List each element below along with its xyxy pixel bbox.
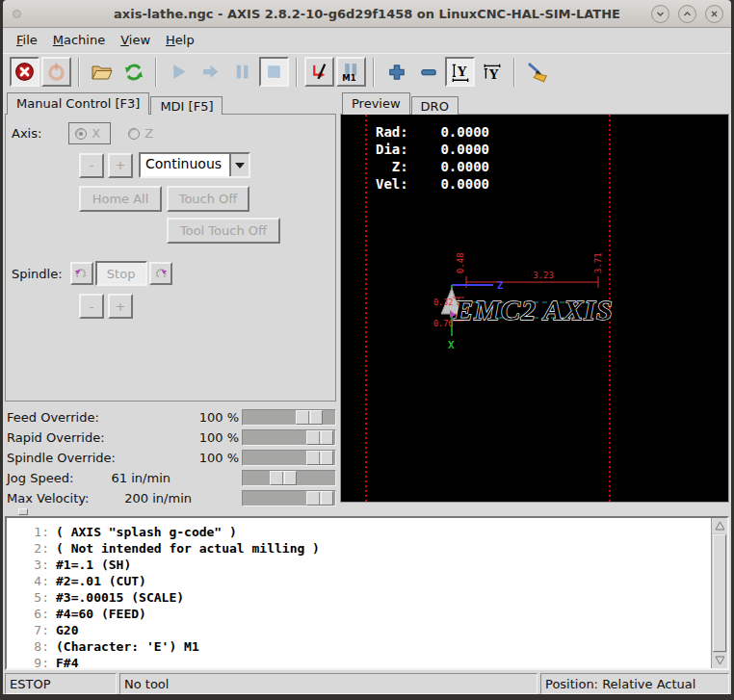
rapid-override-row: Rapid Override: 100 % <box>5 428 336 448</box>
menu-file[interactable]: File <box>9 30 45 50</box>
jog-plus-button[interactable]: + <box>108 153 133 178</box>
slider-handle[interactable] <box>306 451 333 465</box>
step-arrow-icon <box>200 62 221 82</box>
tool-touch-off-button[interactable]: Tool Touch Off <box>167 218 280 244</box>
window-title: axis-lathe.ngc - AXIS 2.8.2-10-g6d29f145… <box>3 7 731 21</box>
svg-text:Y: Y <box>457 64 467 79</box>
combobox-arrow-icon[interactable] <box>229 154 249 176</box>
gcode-line: 3:#1=.1 (SH) <box>16 557 708 573</box>
spindle-faster-button[interactable]: + <box>108 294 133 319</box>
svg-text:0.76: 0.76 <box>433 319 453 328</box>
maximize-button[interactable] <box>678 5 696 23</box>
jog-minus-button[interactable]: - <box>79 153 104 178</box>
rapid-override-slider[interactable] <box>242 429 336 446</box>
preview-canvas[interactable]: Rad: 0.0000 Dia: 0.0000 Z: 0.0000 Vel: 0… <box>340 114 729 503</box>
pane-sash-grip[interactable] <box>18 508 28 515</box>
run-button[interactable] <box>164 57 194 87</box>
home-all-button[interactable]: Home All <box>79 186 162 212</box>
menu-view[interactable]: View <box>113 30 158 50</box>
manual-control-panel: Axis: X Z - + Co <box>5 114 336 402</box>
svg-text:X: X <box>448 339 455 351</box>
svg-text:Y: Y <box>488 66 499 82</box>
feed-override-row: Feed Override: 100 % <box>5 407 336 428</box>
status-tool: No tool <box>119 673 537 694</box>
slider-handle[interactable] <box>306 430 333 445</box>
stop-button[interactable] <box>259 57 289 87</box>
tab-preview[interactable]: Preview <box>342 92 410 115</box>
menu-help[interactable]: Help <box>158 30 202 50</box>
jog-mode-value: Continuous <box>141 154 229 176</box>
view-y-button[interactable]: Y <box>445 57 475 87</box>
svg-text:3.71: 3.71 <box>593 253 603 274</box>
scrollbar-thumb[interactable] <box>713 534 726 652</box>
jog-speed-slider[interactable] <box>242 470 336 486</box>
optional-stop-button[interactable]: M1 <box>336 57 366 87</box>
minimize-button[interactable] <box>651 5 669 23</box>
view-y2-icon: Y <box>482 62 503 83</box>
right-tab-bar: Preview DRO <box>340 92 729 114</box>
spindle-ccw-button[interactable] <box>70 262 93 285</box>
close-icon <box>710 10 719 18</box>
run-step-button[interactable] <box>196 57 225 87</box>
view-y2-button[interactable]: Y <box>477 57 507 87</box>
machine-power-button[interactable] <box>41 57 71 87</box>
gcode-listing[interactable]: 1:( AXIS "splash g-code" ) 2:( Not inten… <box>5 516 729 670</box>
statusbar: ESTOP No tool Position: Relative Actual <box>5 673 729 694</box>
gcode-line: 8:(Character: 'E') M1 <box>16 638 708 655</box>
tab-dro[interactable]: DRO <box>411 96 459 115</box>
chevron-down-icon <box>656 10 665 18</box>
scroll-up-arrow-icon[interactable] <box>712 518 727 533</box>
axis-z-radio[interactable]: Z <box>122 123 163 143</box>
gcode-line: 4:#2=.01 (CUT) <box>16 573 708 589</box>
status-machine-state: ESTOP <box>5 673 117 694</box>
axis-x-radio[interactable]: X <box>68 122 111 144</box>
open-folder-icon <box>91 63 114 82</box>
app-window: axis-lathe.ngc - AXIS 2.8.2-10-g6d29f145… <box>0 0 734 700</box>
menu-machine[interactable]: Machine <box>45 30 113 50</box>
touch-off-button[interactable]: Touch Off <box>167 186 249 212</box>
slider-handle[interactable] <box>296 410 323 425</box>
power-icon <box>46 62 66 82</box>
menubar: File Machine View Help <box>3 28 731 53</box>
pause-button[interactable] <box>227 57 257 87</box>
close-button[interactable] <box>705 5 723 23</box>
jog-speed-row: Jog Speed: 61 in/min <box>5 468 336 488</box>
toolbar-separator <box>155 58 157 87</box>
broom-icon <box>526 61 549 84</box>
spindle-stop-button[interactable]: Stop <box>95 261 147 286</box>
jog-mode-combobox[interactable]: Continuous <box>139 152 250 178</box>
gcode-scrollbar[interactable] <box>711 518 727 668</box>
scroll-down-arrow-icon[interactable] <box>712 653 727 668</box>
reload-button[interactable] <box>118 57 148 87</box>
feed-override-slider[interactable] <box>242 409 336 426</box>
spindle-cw-button[interactable] <box>149 262 172 285</box>
gcode-line: 6:#4=60 (FEED) <box>16 606 708 622</box>
radio-icon <box>128 128 140 140</box>
left-tab-bar: Manual Control [F3] MDI [F5] <box>5 92 336 114</box>
view-y-icon: Y <box>450 62 471 83</box>
tab-mdi[interactable]: MDI [F5] <box>150 96 223 115</box>
emc2-axis-logo: EMC2 AXIS <box>453 294 613 325</box>
toolbar-separator <box>513 58 515 87</box>
spindle-slower-button[interactable]: - <box>79 294 104 319</box>
toolbar-separator <box>78 58 80 87</box>
stop-square-icon <box>264 62 284 82</box>
open-file-button[interactable] <box>87 57 117 87</box>
zoom-out-button[interactable] <box>413 57 443 87</box>
run-icon <box>169 62 189 82</box>
status-position-mode: Position: Relative Actual <box>540 673 729 694</box>
tab-manual-control[interactable]: Manual Control [F3] <box>7 92 149 115</box>
gcode-line: 5:#3=.00015 (SCALE) <box>16 589 708 606</box>
toolbar: M1 Y <box>3 53 731 91</box>
spindle-override-slider[interactable] <box>242 450 336 466</box>
svg-text:0.48: 0.48 <box>456 253 465 274</box>
zoom-in-button[interactable] <box>381 57 411 87</box>
svg-text:Z: Z <box>497 279 504 292</box>
slider-handle[interactable] <box>306 491 333 506</box>
skip-lines-button[interactable] <box>304 57 334 87</box>
estop-icon <box>14 62 35 82</box>
max-velocity-slider[interactable] <box>242 490 336 506</box>
slider-handle[interactable] <box>270 471 297 485</box>
clear-plot-button[interactable] <box>522 57 552 87</box>
estop-button[interactable] <box>10 57 39 87</box>
